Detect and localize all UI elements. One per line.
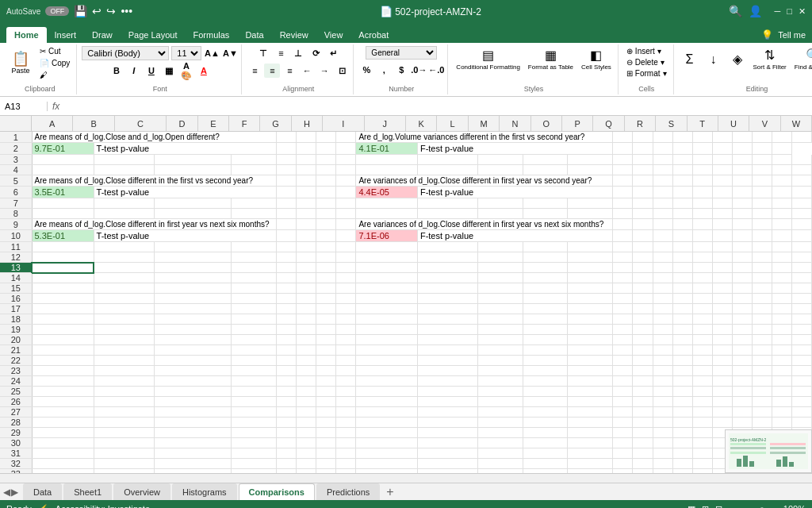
row-header-28[interactable]: 28 bbox=[0, 418, 32, 428]
align-right-btn[interactable]: ≡ bbox=[282, 64, 297, 78]
account-icon[interactable]: 👤 bbox=[749, 5, 762, 17]
font-size-select[interactable]: 11 bbox=[171, 46, 201, 60]
scroll-tabs-right[interactable]: ▶ bbox=[11, 487, 18, 498]
corner-cell[interactable] bbox=[0, 116, 32, 131]
align-left-btn[interactable]: ≡ bbox=[247, 64, 262, 78]
cell-i1[interactable]: Are d_log.Volume variances different in … bbox=[356, 132, 613, 143]
maximize-btn[interactable]: □ bbox=[787, 6, 792, 16]
row-header-3[interactable]: 3 bbox=[0, 155, 32, 165]
col-header-d[interactable]: D bbox=[167, 116, 197, 131]
row-header-4[interactable]: 4 bbox=[0, 165, 32, 175]
tab-home[interactable]: Home bbox=[6, 27, 47, 43]
row-header-31[interactable]: 31 bbox=[0, 448, 32, 459]
row-header-8[interactable]: 8 bbox=[0, 209, 32, 219]
col-header-q[interactable]: Q bbox=[593, 116, 624, 131]
copy-button[interactable]: 📄 Copy bbox=[36, 58, 73, 68]
row-header-5[interactable]: 5 bbox=[0, 175, 32, 187]
row-header-30[interactable]: 30 bbox=[0, 438, 32, 448]
close-btn[interactable]: ✕ bbox=[799, 6, 806, 17]
row-header-12[interactable]: 12 bbox=[0, 252, 32, 263]
sum-btn[interactable]: Σ bbox=[679, 51, 701, 68]
page-layout-btn[interactable]: ⊞ bbox=[702, 504, 709, 509]
sheet-tab-overview[interactable]: Overview bbox=[113, 483, 170, 500]
row-header-21[interactable]: 21 bbox=[0, 345, 32, 356]
col-header-e[interactable]: E bbox=[198, 116, 229, 131]
find-select-btn[interactable]: 🔍 Find & Select bbox=[791, 46, 812, 72]
cell-j2[interactable]: F-test p-value bbox=[417, 143, 613, 155]
col-header-s[interactable]: S bbox=[656, 116, 687, 131]
delete-cells-btn[interactable]: ⊖ Delete ▾ bbox=[623, 57, 670, 67]
align-bottom-btn[interactable]: ⊥ bbox=[290, 46, 306, 60]
conditional-formatting-btn[interactable]: ▤ Conditional Formatting bbox=[453, 46, 523, 72]
tab-review[interactable]: Review bbox=[272, 27, 316, 43]
row-header-7[interactable]: 7 bbox=[0, 198, 32, 209]
col-header-n[interactable]: N bbox=[500, 116, 530, 131]
fill-btn[interactable]: ↓ bbox=[703, 51, 725, 68]
autosave-toggle[interactable]: OFF bbox=[45, 6, 69, 16]
cell-a2[interactable]: 9.7E-01 bbox=[32, 143, 94, 155]
increase-font-btn[interactable]: A▲ bbox=[204, 46, 220, 60]
sheet-tab-data[interactable]: Data bbox=[23, 483, 62, 500]
insert-cells-btn[interactable]: ⊕ Insert ▾ bbox=[623, 46, 670, 56]
zoom-slider[interactable]: ─────○── bbox=[729, 504, 777, 508]
col-header-j[interactable]: J bbox=[365, 116, 406, 131]
align-top-btn[interactable]: ⊤ bbox=[255, 46, 271, 60]
decrease-font-btn[interactable]: A▼ bbox=[222, 46, 238, 60]
cell-a10[interactable]: 5.3E-01 bbox=[32, 230, 94, 242]
cut-button[interactable]: ✂ Cut bbox=[36, 46, 73, 56]
row-header-14[interactable]: 14 bbox=[0, 273, 32, 283]
cell-i9[interactable]: Are variances of d_log.Close different i… bbox=[356, 219, 613, 230]
col-header-i[interactable]: I bbox=[323, 116, 364, 131]
clear-btn[interactable]: ◈ bbox=[726, 50, 749, 68]
border-btn[interactable]: ▦ bbox=[161, 64, 177, 78]
cell-j6[interactable]: F-test p-value bbox=[417, 187, 613, 198]
decrease-indent-btn[interactable]: ← bbox=[299, 64, 315, 78]
search-icon[interactable]: 🔍 bbox=[729, 5, 742, 17]
row-header-10[interactable]: 10 bbox=[0, 230, 32, 242]
cell-b2[interactable]: T-test p-value bbox=[94, 143, 277, 155]
font-family-select[interactable]: Calibri (Body) bbox=[82, 46, 169, 60]
sheet-tab-comparisons[interactable]: Comparisons bbox=[239, 483, 315, 500]
cell-reference-box[interactable]: A13 bbox=[0, 102, 48, 111]
row-header-1[interactable]: 1 bbox=[0, 132, 32, 143]
col-header-r[interactable]: R bbox=[625, 116, 656, 131]
cell-g1[interactable] bbox=[316, 132, 336, 143]
row-header-15[interactable]: 15 bbox=[0, 283, 32, 294]
row-header-25[interactable]: 25 bbox=[0, 387, 32, 397]
row-header-22[interactable]: 22 bbox=[0, 356, 32, 366]
tab-page-layout[interactable]: Page Layout bbox=[121, 27, 186, 43]
cell-b6[interactable]: T-test p-value bbox=[94, 187, 277, 198]
undo-icon[interactable]: ↩ bbox=[92, 5, 102, 17]
cell-a6[interactable]: 3.5E-01 bbox=[32, 187, 94, 198]
tab-draw[interactable]: Draw bbox=[84, 27, 121, 43]
cell-i5[interactable]: Are variances of d_log.Close different i… bbox=[356, 175, 613, 187]
col-header-f[interactable]: F bbox=[229, 116, 260, 131]
more-icon[interactable]: ••• bbox=[121, 5, 132, 17]
page-break-btn[interactable]: ⊟ bbox=[715, 504, 722, 509]
save-icon[interactable]: 💾 bbox=[74, 5, 87, 17]
wrap-text-btn[interactable]: ↵ bbox=[325, 46, 341, 60]
format-painter-button[interactable]: 🖌 bbox=[36, 70, 73, 80]
format-cells-btn[interactable]: ⊞ Format ▾ bbox=[623, 68, 670, 79]
merge-btn[interactable]: ⊡ bbox=[334, 64, 350, 78]
row-header-24[interactable]: 24 bbox=[0, 376, 32, 387]
cell-h1[interactable] bbox=[336, 132, 356, 143]
number-format-select[interactable]: General bbox=[366, 46, 437, 60]
align-middle-btn[interactable]: ≡ bbox=[273, 46, 289, 60]
zoom-level[interactable]: 100% bbox=[783, 504, 806, 508]
col-header-h[interactable]: H bbox=[292, 116, 323, 131]
decrease-decimal-btn[interactable]: ←.0 bbox=[428, 63, 444, 77]
italic-btn[interactable]: I bbox=[126, 64, 142, 78]
row-header-19[interactable]: 19 bbox=[0, 325, 32, 335]
normal-view-btn[interactable]: ▦ bbox=[688, 504, 695, 509]
row-header-32[interactable]: 32 bbox=[0, 459, 32, 469]
tab-formulas[interactable]: Formulas bbox=[186, 27, 238, 43]
cell-j10[interactable]: F-test p-value bbox=[417, 230, 613, 242]
paste-button[interactable]: 📋 Paste bbox=[6, 50, 35, 76]
row-header-26[interactable]: 26 bbox=[0, 397, 32, 407]
formula-input[interactable] bbox=[64, 102, 812, 111]
format-as-table-btn[interactable]: ▦ Format as Table bbox=[525, 46, 576, 72]
cell-a5[interactable]: Are means of d_log.Close different in th… bbox=[32, 175, 277, 187]
row-header-33[interactable]: 33 bbox=[0, 469, 32, 474]
currency-btn[interactable]: $ bbox=[393, 63, 409, 77]
